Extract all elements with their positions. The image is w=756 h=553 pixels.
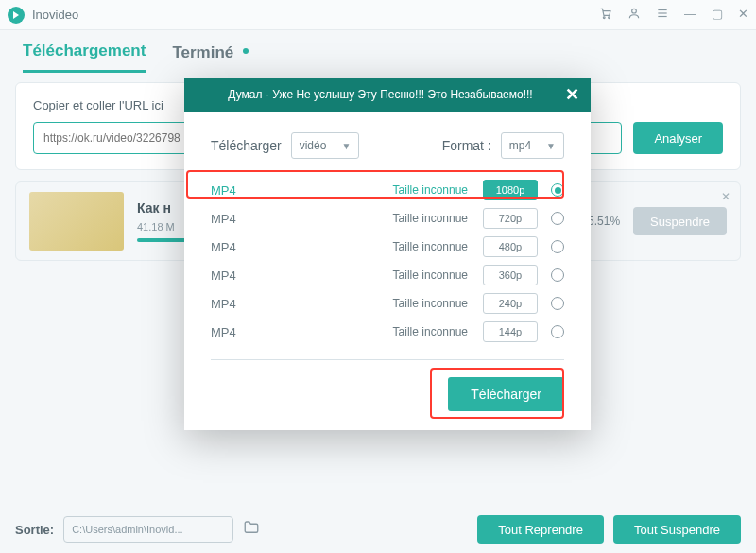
format-size: Taille inconnue — [277, 297, 483, 310]
format-select[interactable]: mp4 ▼ — [501, 132, 564, 159]
format-size: Taille inconnue — [277, 183, 483, 197]
suspend-item-button[interactable]: Suspendre — [633, 207, 727, 235]
svg-point-0 — [603, 17, 605, 19]
format-row[interactable]: MP4Taille inconnue720p — [211, 204, 564, 233]
resolution-badge: 144p — [483, 321, 538, 342]
format-name: MP4 — [211, 212, 277, 226]
format-modal: Думал - Уже Не услышу Эту Песню!!! Это Н… — [184, 78, 591, 430]
format-radio[interactable] — [551, 240, 564, 253]
minimize-button[interactable]: — — [684, 7, 696, 23]
progress-percent: 5.51% — [588, 215, 620, 228]
format-size: Taille inconnue — [277, 240, 483, 253]
format-name: MP4 — [211, 268, 277, 283]
svg-point-2 — [632, 9, 637, 13]
selector-row: Télécharger vidéo ▼ Format : mp4 ▼ — [211, 132, 564, 159]
tab-download[interactable]: Téléchargement — [23, 42, 146, 73]
format-label: Format : — [442, 138, 491, 153]
format-radio[interactable] — [551, 268, 564, 282]
chevron-down-icon: ▼ — [546, 141, 556, 151]
format-name: MP4 — [211, 325, 277, 339]
footer: Sortie: C:\Users\admin\Inovid... Tout Re… — [15, 515, 741, 544]
titlebar: Inovideo — ▢ ✕ — [0, 0, 756, 30]
format-name: MP4 — [211, 183, 277, 198]
format-radio[interactable] — [551, 183, 564, 197]
resolution-badge: 1080p — [483, 180, 538, 200]
format-list: MP4Taille inconnue1080pMP4Taille inconnu… — [211, 176, 564, 346]
user-icon[interactable] — [627, 7, 641, 23]
modal-divider — [211, 359, 564, 360]
chevron-down-icon: ▼ — [341, 141, 351, 151]
main-tabs: Téléchargement Terminé — [0, 30, 756, 73]
format-size: Taille inconnue — [277, 268, 483, 282]
svg-point-1 — [609, 17, 610, 19]
format-row[interactable]: MP4Taille inconnue144p — [211, 318, 564, 346]
resume-all-button[interactable]: Tout Reprendre — [477, 515, 604, 544]
format-radio[interactable] — [551, 325, 564, 338]
format-size: Taille inconnue — [277, 212, 483, 225]
download-button[interactable]: Télécharger — [448, 377, 564, 411]
menu-icon[interactable] — [656, 7, 669, 23]
output-label: Sortie: — [15, 523, 54, 537]
cart-icon[interactable] — [599, 7, 612, 23]
remove-item-button[interactable]: ✕ — [721, 190, 730, 203]
video-thumbnail — [29, 192, 124, 251]
app-title: Inovideo — [32, 8, 599, 22]
format-row[interactable]: MP4Taille inconnue480p — [211, 233, 564, 261]
modal-title: Думал - Уже Не услышу Эту Песню!!! Это Н… — [196, 88, 565, 101]
modal-header: Думал - Уже Не услышу Эту Песню!!! Это Н… — [184, 78, 591, 112]
resolution-badge: 360p — [483, 265, 538, 285]
tab-done[interactable]: Terminé — [172, 43, 233, 72]
format-name: MP4 — [211, 240, 277, 254]
browse-folder-button[interactable] — [243, 519, 260, 541]
output-path[interactable]: C:\Users\admin\Inovid... — [63, 516, 233, 543]
analyze-button[interactable]: Analyser — [633, 122, 723, 154]
download-type-select[interactable]: vidéo ▼ — [291, 132, 360, 159]
tab-done-indicator — [243, 48, 249, 54]
download-type-label: Télécharger — [211, 138, 282, 153]
resolution-badge: 240p — [483, 293, 538, 314]
format-radio[interactable] — [551, 297, 564, 310]
format-row[interactable]: MP4Taille inconnue1080p — [211, 176, 564, 204]
window-controls: — ▢ ✕ — [599, 7, 748, 23]
resolution-badge: 480p — [483, 236, 538, 257]
suspend-all-button[interactable]: Tout Suspendre — [613, 515, 741, 544]
format-name: MP4 — [211, 297, 277, 311]
format-row[interactable]: MP4Taille inconnue360p — [211, 261, 564, 289]
close-window-button[interactable]: ✕ — [738, 7, 748, 23]
format-radio[interactable] — [551, 212, 564, 225]
modal-close-button[interactable]: ✕ — [565, 84, 579, 105]
app-logo — [8, 7, 25, 24]
format-size: Taille inconnue — [277, 325, 483, 338]
resolution-badge: 720p — [483, 208, 538, 229]
format-row[interactable]: MP4Taille inconnue240p — [211, 289, 564, 318]
maximize-button[interactable]: ▢ — [712, 7, 723, 23]
